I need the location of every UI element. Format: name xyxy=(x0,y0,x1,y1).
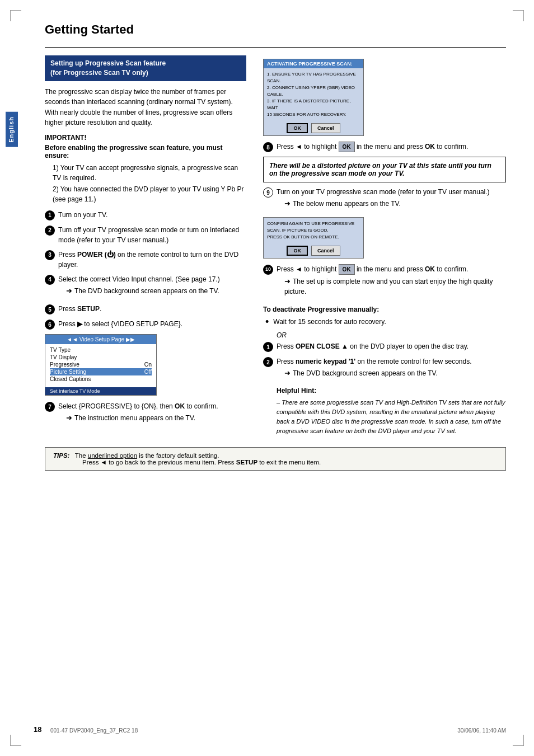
section-header-line1: Setting up Progressive Scan feature xyxy=(50,59,166,67)
deactivate-step-2-content: Press numeric keypad '1' on the remote c… xyxy=(277,356,506,382)
step-9-sub: ➜The below menu appears on the TV. xyxy=(277,198,506,209)
dialog-1-line2: 2. CONNECT USING YPBPR (GBR) VIDEO CABLE… xyxy=(267,84,360,98)
corner-mark-br xyxy=(513,735,524,746)
step-number-10: 10 xyxy=(263,265,273,275)
deactivate-bullet-1: • Wait for 15 seconds for auto recovery. xyxy=(265,317,506,327)
right-column: ACTIVATING PROGRESSIVE SCAN: 1. ENSURE Y… xyxy=(263,55,506,436)
page-title: Getting Started xyxy=(45,22,506,37)
section-header-box: Setting up Progressive Scan feature (for… xyxy=(45,55,246,81)
deactivate-step-2-text: Press numeric keypad '1' on the remote c… xyxy=(277,358,472,365)
dialog-2-line2: SCAN. IF PICTURE IS GOOD, xyxy=(267,227,360,234)
important-item-2: 2) You have connected the DVD player to … xyxy=(45,184,246,204)
dialog-2-line3: PRESS OK BUTTON ON REMOTE. xyxy=(267,234,360,241)
step-9-content: Turn on your TV progressive scan mode (r… xyxy=(277,187,506,213)
step-number-9: 9 xyxy=(263,187,273,198)
notice-text: There will be a distorted picture on you… xyxy=(269,162,491,177)
step-4: 4 Select the correct Video Input channel… xyxy=(45,274,246,300)
menu-row-captions-label: Closed Captions xyxy=(50,376,91,382)
step-6-text: Press ▶ to select {VIDEO SETUP PAGE}. xyxy=(58,319,246,329)
step-4-text: Select the correct Video Input channel. … xyxy=(58,275,220,283)
deactivate-step-number-1: 1 xyxy=(263,342,273,352)
dialog-1-line3: 3. IF THERE IS A DISTORTED PICTURE, WAIT xyxy=(267,98,360,111)
step-10-text: Press ◄ to highlight OK in the menu and … xyxy=(277,265,468,273)
important-heading: IMPORTANT! xyxy=(45,134,246,142)
helpful-hint-heading: Helpful Hint: xyxy=(263,387,506,395)
footer-right: 30/06/06, 11:40 AM xyxy=(457,727,506,734)
step-1-text: Turn on your TV. xyxy=(58,210,246,220)
menu-row-picture: Picture SettingOff xyxy=(50,368,152,375)
important-subheading: Before enabling the progressive scan fea… xyxy=(45,144,246,159)
step-number-8: 8 xyxy=(263,142,273,152)
step-9: 9 Turn on your TV progressive scan mode … xyxy=(263,187,506,213)
step-4-sub: ➜The DVD background screen appears on th… xyxy=(58,285,246,297)
step-2: 2 Turn off your TV progressive scan mode… xyxy=(45,225,246,245)
step-10-sub: ➜The set up is complete now and you can … xyxy=(277,276,506,297)
tips-line1: The underlined option is the factory def… xyxy=(75,452,219,459)
sidebar-english-label: English xyxy=(6,112,18,147)
tips-underline: underlined option xyxy=(88,452,137,459)
step-10: 10 Press ◄ to highlight OK in the menu a… xyxy=(263,264,506,300)
video-setup-menu-box: ◄◄ Video Setup Page ▶▶ TV Type TV Displa… xyxy=(45,334,157,396)
step-6: 6 Press ▶ to select {VIDEO SETUP PAGE}. xyxy=(45,319,246,330)
deactivate-wait-text: Wait for 15 seconds for auto recovery. xyxy=(273,317,386,327)
step-2-text: Turn off your TV progressive scan mode o… xyxy=(58,225,246,245)
step-number-4: 4 xyxy=(45,275,55,285)
or-text: OR xyxy=(263,331,506,339)
step-number-2: 2 xyxy=(45,226,55,236)
step-number-6: 6 xyxy=(45,320,55,330)
title-divider xyxy=(45,47,506,48)
step-10-content: Press ◄ to highlight OK in the menu and … xyxy=(277,264,506,300)
menu-row-tvdisplay: TV Display xyxy=(50,354,152,361)
dialog-2-line1: CONFIRM AGAIN TO USE PROGRESSIVE xyxy=(267,220,360,227)
step-5-text: Press SETUP. xyxy=(58,304,246,314)
notice-box: There will be a distorted picture on you… xyxy=(263,157,506,182)
step-8-text: Press ◄ to highlight OK in the menu and … xyxy=(277,142,506,152)
section-header-line2: (for Progressive Scan TV only) xyxy=(50,69,148,77)
dialog-1-cancel-button[interactable]: Cancel xyxy=(311,123,340,133)
corner-mark-bl xyxy=(10,735,21,746)
step-3: 3 Press POWER (⏻) on the remote control … xyxy=(45,250,246,270)
important-item-1: 1) Your TV can accept progressive signal… xyxy=(45,163,246,183)
corner-mark-tr xyxy=(513,10,524,21)
menu-row-tvtype: TV Type xyxy=(50,346,152,354)
menu-row-captions: Closed Captions xyxy=(50,375,152,383)
tips-bar: TIPS: The underlined option is the facto… xyxy=(45,447,506,471)
intro-text: The progressive scan display twice the n… xyxy=(45,87,246,128)
step-9-text: Turn on your TV progressive scan mode (r… xyxy=(277,188,490,196)
corner-mark-tl xyxy=(10,10,21,21)
dialog-1-buttons: OK Cancel xyxy=(264,121,363,135)
dialog-1-body: 1. ENSURE YOUR TV HAS PROGRESSIVE SCAN. … xyxy=(264,68,363,121)
step-number-5: 5 xyxy=(45,304,55,314)
step-7-sub: ➜The instruction menu appears on the TV. xyxy=(58,412,246,424)
dialog-box-1: ACTIVATING PROGRESSIVE SCAN: 1. ENSURE Y… xyxy=(263,59,364,136)
dialog-2-body: CONFIRM AGAIN TO USE PROGRESSIVE SCAN. I… xyxy=(264,218,363,243)
dialog-1-line1: 1. ENSURE YOUR TV HAS PROGRESSIVE SCAN. xyxy=(267,71,360,84)
dialog-1-ok-button[interactable]: OK xyxy=(287,123,308,133)
step-number-3: 3 xyxy=(45,250,55,260)
step-number-7: 7 xyxy=(45,402,55,412)
dialog-box-2: CONFIRM AGAIN TO USE PROGRESSIVE SCAN. I… xyxy=(263,217,364,259)
deactivate-heading: To deactivate Progressive manually: xyxy=(263,306,506,313)
step-7-content: Select {PROGRESSIVE} to {ON}, then OK to… xyxy=(58,401,246,427)
dialog-2-ok-button[interactable]: OK xyxy=(287,246,308,256)
menu-row-tvtype-label: TV Type xyxy=(50,347,71,353)
tips-label: TIPS: xyxy=(53,452,69,459)
deactivate-step-1-text: Press OPEN CLOSE ▲ on the DVD player to … xyxy=(277,341,506,351)
step-5: 5 Press SETUP. xyxy=(45,304,246,314)
dialog-1-header: ACTIVATING PROGRESSIVE SCAN: xyxy=(264,59,363,68)
step-7-text: Select {PROGRESSIVE} to {ON}, then OK to… xyxy=(58,402,218,410)
menu-row-picture-label: Picture Setting xyxy=(50,369,86,375)
step-8: 8 Press ◄ to highlight OK in the menu an… xyxy=(263,142,506,152)
helpful-hint-text: – There are some progressive scan TV and… xyxy=(263,398,506,436)
menu-row-progressive: ProgressiveOn xyxy=(50,361,152,368)
menu-box-header: ◄◄ Video Setup Page ▶▶ xyxy=(45,335,156,344)
dialog-2-cancel-button[interactable]: Cancel xyxy=(311,246,340,256)
dialog-2-buttons: OK Cancel xyxy=(264,243,363,258)
left-column: Setting up Progressive Scan feature (for… xyxy=(45,55,246,436)
step-3-text: Press POWER (⏻) on the remote control to… xyxy=(58,250,246,270)
deactivate-step-2: 2 Press numeric keypad '1' on the remote… xyxy=(263,356,506,382)
menu-row-progressive-label: Progressive xyxy=(50,361,79,368)
ok-box-8: OK xyxy=(339,142,355,152)
page-number: 18 xyxy=(34,725,41,734)
ok-box-10: OK xyxy=(339,264,355,275)
